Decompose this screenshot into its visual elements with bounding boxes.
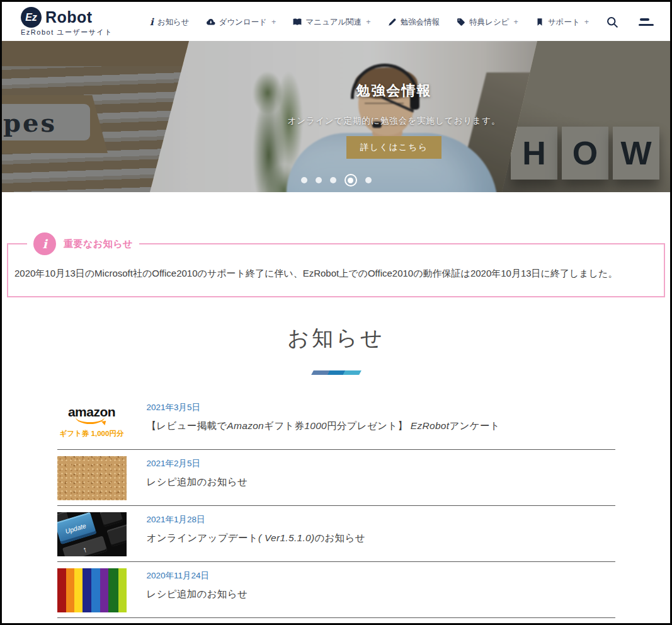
news-title: 【レビュー掲載でAmazonギフト券1000円分プレゼント】 EzRobotアン… bbox=[147, 420, 500, 433]
hero-slide-content: 勉強会情報 オンラインで定期的に勉強会を実施しております。 詳しくはこちら bbox=[186, 41, 602, 159]
news-title: レシピ追加のお知らせ bbox=[147, 588, 248, 601]
hero-slide-title: 勉強会情報 bbox=[356, 81, 432, 100]
search-icon bbox=[606, 16, 619, 29]
info-icon: i bbox=[150, 16, 154, 28]
nav-label: 勉強会情報 bbox=[401, 17, 440, 28]
cloud-download-icon bbox=[207, 18, 215, 26]
nav-label: サポート bbox=[548, 17, 580, 28]
carousel-dot-4[interactable] bbox=[345, 174, 357, 186]
hero-slide-subtitle: オンラインで定期的に勉強会を実施しております。 bbox=[288, 115, 501, 127]
menu-button[interactable] bbox=[639, 18, 654, 26]
menu-icon bbox=[640, 18, 649, 21]
info-circle-icon: i bbox=[33, 232, 56, 255]
nav-item-manual[interactable]: マニュアル関連 + bbox=[293, 17, 370, 28]
nav-item-news[interactable]: i お知らせ bbox=[150, 16, 190, 28]
news-title: オンラインアップデート( Ver1.5.1.0)のお知らせ bbox=[147, 532, 365, 545]
thumbnail-corkboard bbox=[57, 456, 127, 500]
tag-icon bbox=[457, 18, 465, 26]
nav-item-recipe[interactable]: 特典レシピ + bbox=[457, 17, 518, 28]
important-notice-body: 2020年10月13日のMicrosoft社のOffice2010のサポート終了… bbox=[14, 267, 658, 281]
logo-subtitle: EzRobot ユーザーサイト bbox=[21, 28, 113, 37]
carousel-dot-1[interactable] bbox=[301, 177, 307, 183]
bookmark-icon bbox=[535, 18, 544, 26]
nav-label: お知らせ bbox=[157, 17, 190, 28]
carousel-dot-2[interactable] bbox=[316, 177, 322, 183]
important-notice-title: 重要なお知らせ bbox=[64, 238, 133, 250]
hero-detail-button[interactable]: 詳しくはこちら bbox=[346, 136, 441, 159]
nav-label: 特典レシピ bbox=[469, 17, 509, 28]
news-list: amazon ギフト券 1,000円分 2021年3月5日 【レビュー掲載でAm… bbox=[57, 394, 615, 618]
news-date: 2021年2月5日 bbox=[147, 458, 248, 469]
page-frame: Ez Robot EzRobot ユーザーサイト i お知らせ ダウンロード +… bbox=[0, 0, 672, 625]
plus-indicator: + bbox=[366, 18, 370, 26]
logo-ez-icon: Ez bbox=[21, 7, 42, 28]
book-icon bbox=[293, 18, 302, 26]
news-section: お知らせ amazon ギフト券 1,000円分 2021年3月5日 【レビュー… bbox=[2, 324, 670, 618]
news-date: 2021年3月5日 bbox=[147, 402, 500, 413]
news-date: 2020年11月24日 bbox=[147, 570, 248, 582]
nav-item-study[interactable]: 勉強会情報 bbox=[388, 17, 440, 28]
carousel-dot-5[interactable] bbox=[365, 177, 372, 183]
heading-divider bbox=[311, 370, 362, 375]
important-notice-box: i 重要なお知らせ 2020年10月13日のMicrosoft社のOffice2… bbox=[7, 232, 665, 297]
news-heading: お知らせ bbox=[2, 324, 670, 353]
news-row-amazon-survey[interactable]: amazon ギフト券 1,000円分 2021年3月5日 【レビュー掲載でAm… bbox=[57, 394, 615, 450]
news-row-recipe-feb[interactable]: 2021年2月5日 レシピ追加のお知らせ bbox=[57, 450, 615, 506]
gift-card-caption: ギフト券 1,000円分 bbox=[60, 429, 124, 439]
news-row-recipe-nov[interactable]: 2020年11月24日 レシピ追加のお知らせ bbox=[57, 562, 615, 618]
plus-indicator: + bbox=[271, 18, 276, 26]
nav-label: マニュアル関連 bbox=[305, 17, 362, 28]
main-nav: i お知らせ ダウンロード + マニュアル関連 + 勉強会情報 特典レシピ + bbox=[150, 16, 654, 29]
plus-indicator: + bbox=[584, 18, 589, 26]
news-date: 2021年1月28日 bbox=[147, 514, 365, 525]
thumbnail-rainbow-stripes bbox=[57, 568, 127, 612]
carousel-dot-3[interactable] bbox=[330, 177, 336, 183]
amazon-logo: amazon bbox=[68, 405, 115, 418]
thumbnail-keyboard-update: A C Update ↑ bbox=[57, 512, 127, 556]
search-button[interactable] bbox=[606, 16, 619, 29]
plus-indicator: + bbox=[513, 18, 518, 26]
carousel-dots bbox=[2, 174, 670, 186]
nav-item-download[interactable]: ダウンロード + bbox=[207, 17, 276, 28]
site-logo[interactable]: Ez Robot EzRobot ユーザーサイト bbox=[21, 7, 113, 37]
important-notice-legend: i 重要なお知らせ bbox=[27, 232, 139, 255]
site-header: Ez Robot EzRobot ユーザーサイト i お知らせ ダウンロード +… bbox=[2, 2, 670, 41]
news-row-update[interactable]: A C Update ↑ 2021年1月28日 オンラインアップデート( Ver… bbox=[57, 506, 615, 562]
pencil-icon bbox=[388, 18, 397, 26]
nav-label: ダウンロード bbox=[219, 17, 267, 28]
hero-carousel: pes H O W 勉強会情報 オンラインで定期的に勉強会を実施しております。 … bbox=[2, 41, 670, 192]
logo-name: Robot bbox=[45, 8, 93, 26]
thumbnail-amazon-gift: amazon ギフト券 1,000円分 bbox=[57, 400, 127, 444]
news-title: レシピ追加のお知らせ bbox=[147, 476, 248, 489]
amazon-smile-icon bbox=[76, 417, 105, 424]
nav-item-support[interactable]: サポート + bbox=[535, 17, 589, 28]
